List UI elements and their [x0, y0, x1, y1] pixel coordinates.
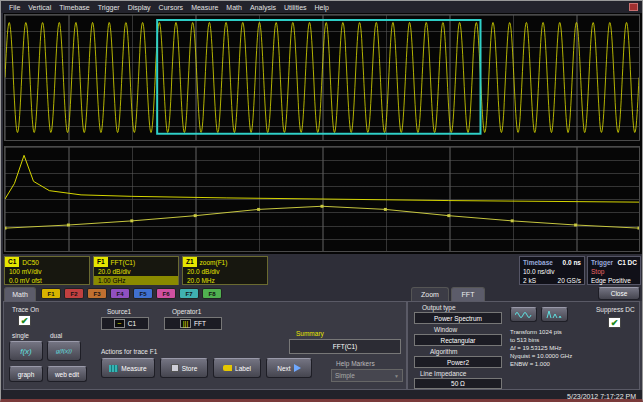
- menu-measure[interactable]: Measure: [187, 3, 222, 12]
- fft-trace: [5, 147, 639, 251]
- timebase-box[interactable]: Timebase 0.0 ns 10.0 ns/div 2 kS 20 GS/s: [519, 256, 585, 285]
- tab-zoom[interactable]: Zoom: [411, 287, 449, 301]
- trace-button-f4[interactable]: F4: [110, 288, 130, 299]
- z1-name: Z1: [183, 257, 197, 267]
- menu-trigger[interactable]: Trigger: [94, 3, 124, 12]
- chevron-down-icon: ▼: [394, 373, 399, 379]
- output-type-selector[interactable]: Power Spectrum: [414, 312, 502, 324]
- algorithm-selector[interactable]: Power2: [414, 356, 502, 368]
- window-value: Rectangular: [440, 337, 475, 344]
- help-markers-value: Simple: [335, 372, 355, 379]
- z1-scale: 20.0 dB/div: [183, 267, 267, 276]
- operator1-selector[interactable]: ||| FFT: [164, 317, 222, 330]
- label-button[interactable]: Label: [213, 358, 261, 378]
- store-icon: [171, 364, 179, 372]
- trigger-type: Edge Positive: [591, 276, 631, 285]
- algorithm-label: Algorithm: [430, 348, 457, 355]
- spectrum-icon: [515, 310, 532, 319]
- next-button[interactable]: Next: [266, 358, 312, 378]
- spectrum-view-button[interactable]: [510, 307, 537, 322]
- close-button[interactable]: Close: [598, 287, 640, 300]
- menu-vertical[interactable]: Vertical: [24, 3, 55, 12]
- suppress-dc-label: Suppress DC: [596, 306, 635, 313]
- trace-button-f5[interactable]: F5: [133, 288, 153, 299]
- menu-bar: File Vertical Timebase Trigger Display C…: [1, 1, 642, 13]
- trigger-box[interactable]: Trigger C1 DC Stop Edge Positive: [587, 256, 641, 285]
- c1-graticule[interactable]: [4, 14, 640, 141]
- menu-help[interactable]: Help: [311, 3, 333, 12]
- trace-button-f6[interactable]: F6: [156, 288, 176, 299]
- waveform-display: [3, 13, 642, 254]
- dual-function-button[interactable]: g(f(x)): [47, 341, 81, 361]
- summary-label: Summary: [296, 330, 324, 337]
- menu-display[interactable]: Display: [124, 3, 155, 12]
- window-selector[interactable]: Rectangular: [414, 334, 502, 346]
- timebase-scale: 10.0 ns/div: [523, 267, 554, 276]
- oscilloscope-screen: File Vertical Timebase Trigger Display C…: [0, 0, 643, 402]
- gfx-icon: g(f(x)): [56, 348, 72, 354]
- menu-file[interactable]: File: [5, 3, 24, 12]
- label-button-label: Label: [235, 365, 251, 372]
- trace-button-f7[interactable]: F7: [179, 288, 199, 299]
- trace-button-f8[interactable]: F8: [202, 288, 222, 299]
- info-line-2: to 513 bins: [510, 336, 572, 344]
- trace-tab-bar: Math F1 F2 F3 F4 F5 F6 F7 F8 Zoom FFT Cl…: [3, 286, 642, 301]
- c1-offset: 0.0 mV ofst: [5, 276, 89, 285]
- c1-name: C1: [5, 257, 19, 267]
- label-icon: [223, 365, 232, 371]
- fft-settings-panel: Output type Power Spectrum Window Rectan…: [407, 301, 640, 390]
- menu-timebase[interactable]: Timebase: [55, 3, 93, 12]
- help-markers-dropdown[interactable]: Simple ▼: [331, 369, 403, 382]
- z1-descriptor-box[interactable]: Z1 zoom(F1) 20.0 dB/div 20.0 MHz: [182, 256, 268, 285]
- line-impedance-value: 50 Ω: [451, 380, 465, 387]
- info-line-1: Transform 1024 pts: [510, 328, 572, 336]
- source1-value: C1: [128, 320, 136, 327]
- f1-descriptor-box[interactable]: F1 FFT(C1) 20.0 dB/div 1.00 GHz: [93, 256, 179, 285]
- trigger-title: Trigger: [591, 258, 613, 267]
- close-icon[interactable]: [629, 3, 638, 11]
- menu-utilities[interactable]: Utilities: [280, 3, 311, 12]
- single-label: single: [12, 332, 29, 339]
- algorithm-value: Power2: [447, 359, 469, 366]
- f1-name: F1: [94, 257, 108, 267]
- window-label: Window: [434, 326, 457, 333]
- menu-cursors[interactable]: Cursors: [155, 3, 188, 12]
- menu-math[interactable]: Math: [222, 3, 246, 12]
- status-bar: 5/23/2012 7:17:22 PM: [1, 390, 642, 402]
- timebase-rate: 20 GS/s: [558, 276, 581, 285]
- dual-label: dual: [50, 332, 62, 339]
- tab-math[interactable]: Math: [4, 287, 36, 301]
- measure-icon: [109, 365, 118, 372]
- trigger-source: C1 DC: [617, 258, 637, 267]
- trace-button-f2[interactable]: F2: [64, 288, 84, 299]
- sine-icon: ~: [114, 319, 125, 328]
- fx-icon: f(x): [20, 347, 32, 356]
- store-button-label: Store: [182, 365, 198, 372]
- waveform-view-button[interactable]: [541, 307, 568, 322]
- summary-text: FFT(C1): [333, 343, 358, 350]
- store-button[interactable]: Store: [160, 358, 208, 378]
- next-button-label: Next: [277, 365, 290, 372]
- trace-button-f3[interactable]: F3: [87, 288, 107, 299]
- suppress-dc-checkbox[interactable]: ✔: [608, 317, 621, 328]
- c1-coupling: DC50: [19, 258, 42, 267]
- math-setup-dialog: Trace On ✔ single dual f(x) g(f(x)) grap…: [3, 301, 642, 390]
- single-function-button[interactable]: f(x): [9, 341, 43, 361]
- measure-button[interactable]: Measure: [101, 358, 155, 378]
- operator1-value: FFT: [194, 320, 206, 327]
- source1-selector[interactable]: ~ C1: [101, 317, 149, 330]
- timebase-title: Timebase: [523, 258, 553, 267]
- menu-analysis[interactable]: Analysis: [246, 3, 280, 12]
- c1-waveform: [5, 15, 639, 140]
- trace-button-f1[interactable]: F1: [41, 288, 61, 299]
- c1-scale: 100 mV/div: [5, 267, 89, 276]
- graph-button[interactable]: graph: [9, 366, 43, 382]
- tab-fft[interactable]: FFT: [451, 287, 485, 301]
- trace-on-checkbox[interactable]: ✔: [18, 315, 31, 326]
- operator1-label: Operator1: [172, 308, 201, 315]
- c1-descriptor-box[interactable]: C1 DC50 100 mV/div 0.0 mV ofst: [4, 256, 90, 285]
- web-edit-button[interactable]: web edit: [47, 366, 87, 382]
- fft-graticule[interactable]: [4, 146, 640, 252]
- line-impedance-label: Line Impedance: [420, 370, 466, 377]
- line-impedance-selector[interactable]: 50 Ω: [414, 378, 502, 389]
